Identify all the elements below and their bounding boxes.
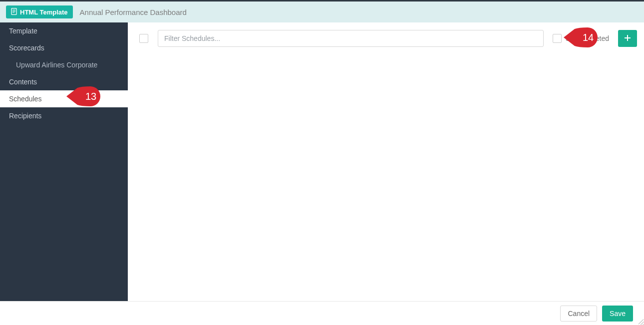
- select-all-checkbox-wrap: [135, 34, 153, 43]
- plus-icon: [624, 33, 631, 44]
- resize-handle-icon[interactable]: [638, 319, 644, 325]
- svg-rect-5: [625, 37, 631, 38]
- select-all-checkbox[interactable]: [139, 34, 148, 43]
- document-icon: [11, 8, 17, 16]
- show-deleted-group: Show Deleted: [553, 34, 609, 43]
- sidebar-item-label: Contents: [9, 78, 37, 86]
- sidebar-item-recipients[interactable]: Recipients: [0, 107, 128, 124]
- sidebar-item-label: Scorecards: [9, 44, 44, 52]
- sidebar-item-scorecards[interactable]: Scorecards: [0, 39, 128, 56]
- sidebar-item-scorecard-upward-airlines[interactable]: Upward Airlines Corporate: [0, 56, 128, 73]
- save-button[interactable]: Save: [602, 306, 633, 322]
- show-deleted-label: Show Deleted: [566, 34, 609, 42]
- add-schedule-button[interactable]: [618, 30, 637, 47]
- sidebar-item-label: Recipients: [9, 112, 41, 120]
- sidebar-item-template[interactable]: Template: [0, 22, 128, 39]
- sidebar-item-label: Template: [9, 27, 37, 35]
- html-template-badge-label: HTML Template: [20, 8, 68, 16]
- show-deleted-checkbox[interactable]: [553, 34, 562, 43]
- main-panel: Show Deleted: [128, 22, 644, 301]
- sidebar-item-label: Schedules: [9, 95, 41, 103]
- html-template-badge: HTML Template: [6, 5, 73, 18]
- filter-schedules-input[interactable]: [158, 30, 544, 47]
- sidebar-item-contents[interactable]: Contents: [0, 73, 128, 90]
- sidebar: Template Scorecards Upward Airlines Corp…: [0, 22, 128, 301]
- page-title: Annual Performance Dashboard: [80, 8, 187, 16]
- header-bar: HTML Template Annual Performance Dashboa…: [0, 1, 644, 22]
- sidebar-item-schedules[interactable]: Schedules: [0, 90, 128, 107]
- sidebar-item-label: Upward Airlines Corporate: [16, 61, 97, 69]
- footer-bar: Cancel Save: [0, 301, 644, 325]
- filter-row: Show Deleted: [135, 29, 637, 47]
- cancel-button[interactable]: Cancel: [560, 306, 597, 322]
